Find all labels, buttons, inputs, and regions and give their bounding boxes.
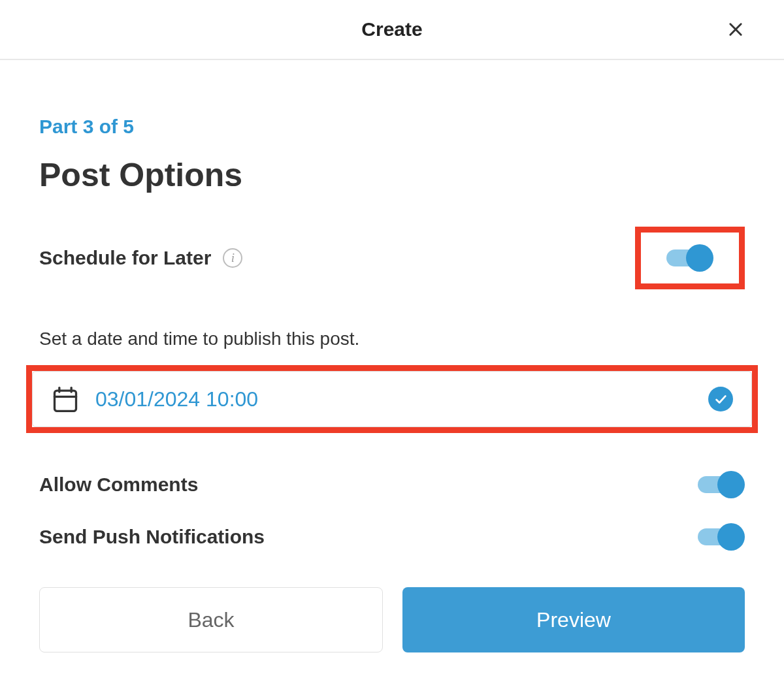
schedule-label: Schedule for Later	[39, 247, 211, 269]
push-notifications-label: Send Push Notifications	[39, 526, 265, 548]
highlight-schedule-toggle	[635, 227, 745, 289]
close-button[interactable]	[727, 20, 745, 39]
highlight-date-input: 03/01/2024 10:00	[26, 365, 758, 433]
toggle-knob	[686, 244, 713, 272]
page-title: Post Options	[39, 156, 745, 194]
modal-header: Create	[0, 0, 784, 60]
toggle-knob	[717, 471, 745, 498]
date-valid-indicator	[708, 387, 733, 411]
calendar-icon	[51, 385, 80, 413]
step-indicator: Part 3 of 5	[39, 116, 745, 138]
close-icon	[727, 20, 745, 39]
button-row: Back Preview	[39, 587, 745, 652]
modal-content: Part 3 of 5 Post Options Schedule for La…	[0, 60, 784, 652]
toggle-knob	[717, 523, 745, 551]
info-icon[interactable]: i	[223, 248, 242, 268]
schedule-description: Set a date and time to publish this post…	[39, 329, 745, 349]
date-input[interactable]: 03/01/2024 10:00	[32, 371, 752, 427]
allow-comments-toggle[interactable]	[698, 471, 745, 498]
preview-button[interactable]: Preview	[402, 587, 745, 652]
back-button[interactable]: Back	[39, 587, 383, 652]
date-left: 03/01/2024 10:00	[51, 385, 258, 413]
date-value: 03/01/2024 10:00	[95, 387, 258, 411]
schedule-row: Schedule for Later i	[39, 227, 745, 289]
svg-rect-2	[55, 391, 76, 411]
push-notifications-toggle[interactable]	[698, 523, 745, 551]
check-icon	[713, 392, 728, 406]
push-notifications-row: Send Push Notifications	[39, 523, 745, 551]
schedule-toggle[interactable]	[666, 244, 713, 272]
allow-comments-label: Allow Comments	[39, 474, 198, 496]
schedule-label-wrap: Schedule for Later i	[39, 247, 242, 269]
modal-title: Create	[361, 18, 422, 40]
allow-comments-row: Allow Comments	[39, 471, 745, 498]
